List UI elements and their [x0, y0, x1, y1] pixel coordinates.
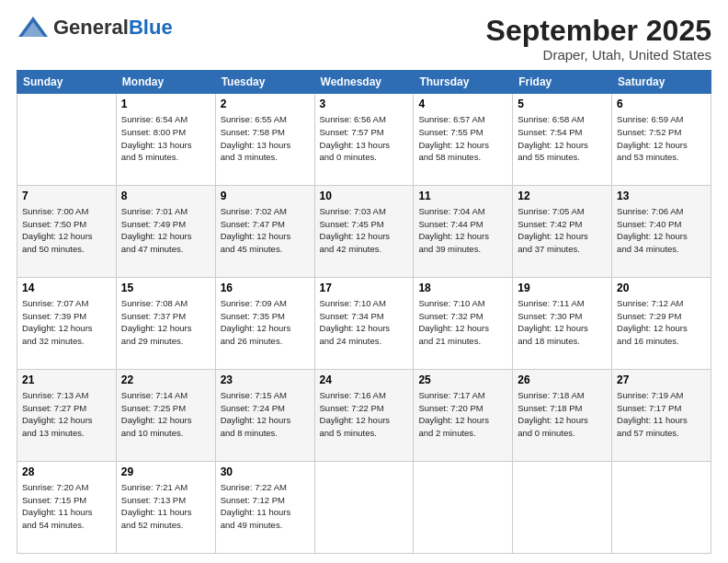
day-info: Sunrise: 7:07 AM Sunset: 7:39 PM Dayligh…: [22, 297, 111, 348]
calendar-cell: 21Sunrise: 7:13 AM Sunset: 7:27 PM Dayli…: [17, 370, 117, 462]
calendar-cell: 1Sunrise: 6:54 AM Sunset: 8:00 PM Daylig…: [116, 94, 215, 186]
calendar-cell: 8Sunrise: 7:01 AM Sunset: 7:49 PM Daylig…: [116, 186, 215, 278]
title-block: September 2025 Draper, Utah, United Stat…: [486, 15, 711, 63]
header-row: Sunday Monday Tuesday Wednesday Thursday…: [17, 71, 711, 94]
calendar-cell: 20Sunrise: 7:12 AM Sunset: 7:29 PM Dayli…: [612, 278, 711, 370]
calendar-cell: 23Sunrise: 7:15 AM Sunset: 7:24 PM Dayli…: [215, 370, 314, 462]
calendar-cell: [513, 462, 612, 554]
day-info: Sunrise: 7:06 AM Sunset: 7:40 PM Dayligh…: [617, 205, 706, 256]
calendar-week-2: 14Sunrise: 7:07 AM Sunset: 7:39 PM Dayli…: [17, 278, 711, 370]
day-number: 13: [617, 189, 706, 204]
day-number: 24: [320, 373, 409, 388]
day-info: Sunrise: 6:55 AM Sunset: 7:58 PM Dayligh…: [221, 113, 310, 164]
calendar-cell: 15Sunrise: 7:08 AM Sunset: 7:37 PM Dayli…: [116, 278, 215, 370]
col-sunday: Sunday: [17, 71, 117, 94]
col-thursday: Thursday: [414, 71, 513, 94]
day-number: 22: [121, 373, 210, 388]
day-info: Sunrise: 7:05 AM Sunset: 7:42 PM Dayligh…: [518, 205, 607, 256]
day-info: Sunrise: 7:14 AM Sunset: 7:25 PM Dayligh…: [121, 389, 210, 440]
col-wednesday: Wednesday: [314, 71, 414, 94]
day-number: 20: [617, 281, 706, 296]
day-info: Sunrise: 6:56 AM Sunset: 7:57 PM Dayligh…: [320, 113, 409, 164]
day-info: Sunrise: 6:59 AM Sunset: 7:52 PM Dayligh…: [617, 113, 706, 164]
calendar-cell: 3Sunrise: 6:56 AM Sunset: 7:57 PM Daylig…: [314, 94, 414, 186]
page: GeneralBlue September 2025 Draper, Utah,…: [0, 0, 728, 563]
calendar-header: Sunday Monday Tuesday Wednesday Thursday…: [17, 71, 711, 94]
calendar-cell: 27Sunrise: 7:19 AM Sunset: 7:17 PM Dayli…: [612, 370, 711, 462]
day-number: 11: [418, 189, 507, 204]
day-number: 3: [320, 97, 409, 112]
calendar-week-0: 1Sunrise: 6:54 AM Sunset: 8:00 PM Daylig…: [17, 94, 711, 186]
day-number: 7: [22, 189, 111, 204]
logo-icon: [17, 15, 50, 40]
calendar-table: Sunday Monday Tuesday Wednesday Thursday…: [17, 70, 711, 554]
calendar-cell: 7Sunrise: 7:00 AM Sunset: 7:50 PM Daylig…: [17, 186, 117, 278]
day-info: Sunrise: 7:11 AM Sunset: 7:30 PM Dayligh…: [518, 297, 607, 348]
calendar-cell: 9Sunrise: 7:02 AM Sunset: 7:47 PM Daylig…: [215, 186, 314, 278]
calendar-cell: 11Sunrise: 7:04 AM Sunset: 7:44 PM Dayli…: [414, 186, 513, 278]
calendar-week-1: 7Sunrise: 7:00 AM Sunset: 7:50 PM Daylig…: [17, 186, 711, 278]
day-number: 15: [121, 281, 210, 296]
title-location: Draper, Utah, United States: [486, 47, 711, 63]
calendar-cell: 18Sunrise: 7:10 AM Sunset: 7:32 PM Dayli…: [414, 278, 513, 370]
calendar-cell: 5Sunrise: 6:58 AM Sunset: 7:54 PM Daylig…: [513, 94, 612, 186]
day-number: 23: [221, 373, 310, 388]
calendar-cell: 30Sunrise: 7:22 AM Sunset: 7:12 PM Dayli…: [215, 462, 314, 554]
logo: GeneralBlue: [17, 15, 173, 40]
logo-blue-text: Blue: [129, 16, 173, 39]
calendar-body: 1Sunrise: 6:54 AM Sunset: 8:00 PM Daylig…: [17, 94, 711, 554]
calendar-cell: 29Sunrise: 7:21 AM Sunset: 7:13 PM Dayli…: [116, 462, 215, 554]
day-info: Sunrise: 7:10 AM Sunset: 7:34 PM Dayligh…: [320, 297, 409, 348]
calendar-cell: 6Sunrise: 6:59 AM Sunset: 7:52 PM Daylig…: [612, 94, 711, 186]
calendar-cell: 10Sunrise: 7:03 AM Sunset: 7:45 PM Dayli…: [314, 186, 414, 278]
calendar-cell: 25Sunrise: 7:17 AM Sunset: 7:20 PM Dayli…: [414, 370, 513, 462]
day-info: Sunrise: 7:17 AM Sunset: 7:20 PM Dayligh…: [418, 389, 507, 440]
calendar-cell: [414, 462, 513, 554]
day-number: 19: [518, 281, 607, 296]
header: GeneralBlue September 2025 Draper, Utah,…: [17, 15, 711, 63]
col-saturday: Saturday: [612, 71, 711, 94]
day-info: Sunrise: 7:22 AM Sunset: 7:12 PM Dayligh…: [221, 481, 310, 532]
calendar-cell: 14Sunrise: 7:07 AM Sunset: 7:39 PM Dayli…: [17, 278, 117, 370]
day-number: 9: [221, 189, 310, 204]
calendar-cell: [17, 94, 117, 186]
day-info: Sunrise: 7:03 AM Sunset: 7:45 PM Dayligh…: [320, 205, 409, 256]
day-number: 8: [121, 189, 210, 204]
day-number: 29: [121, 465, 210, 480]
calendar-cell: 4Sunrise: 6:57 AM Sunset: 7:55 PM Daylig…: [414, 94, 513, 186]
day-number: 17: [320, 281, 409, 296]
day-info: Sunrise: 7:21 AM Sunset: 7:13 PM Dayligh…: [121, 481, 210, 532]
calendar-cell: [314, 462, 414, 554]
calendar-cell: 28Sunrise: 7:20 AM Sunset: 7:15 PM Dayli…: [17, 462, 117, 554]
day-info: Sunrise: 7:10 AM Sunset: 7:32 PM Dayligh…: [418, 297, 507, 348]
day-info: Sunrise: 7:09 AM Sunset: 7:35 PM Dayligh…: [221, 297, 310, 348]
day-number: 25: [418, 373, 507, 388]
day-number: 6: [617, 97, 706, 112]
day-number: 30: [221, 465, 310, 480]
calendar-cell: 2Sunrise: 6:55 AM Sunset: 7:58 PM Daylig…: [215, 94, 314, 186]
day-info: Sunrise: 6:54 AM Sunset: 8:00 PM Dayligh…: [121, 113, 210, 164]
calendar-cell: [612, 462, 711, 554]
day-number: 1: [121, 97, 210, 112]
calendar-cell: 17Sunrise: 7:10 AM Sunset: 7:34 PM Dayli…: [314, 278, 414, 370]
col-monday: Monday: [116, 71, 215, 94]
calendar-cell: 13Sunrise: 7:06 AM Sunset: 7:40 PM Dayli…: [612, 186, 711, 278]
day-number: 27: [617, 373, 706, 388]
day-number: 26: [518, 373, 607, 388]
day-info: Sunrise: 7:13 AM Sunset: 7:27 PM Dayligh…: [22, 389, 111, 440]
day-number: 10: [320, 189, 409, 204]
col-friday: Friday: [513, 71, 612, 94]
logo-general-text: General: [53, 16, 129, 39]
day-number: 28: [22, 465, 111, 480]
day-info: Sunrise: 7:15 AM Sunset: 7:24 PM Dayligh…: [221, 389, 310, 440]
day-info: Sunrise: 7:00 AM Sunset: 7:50 PM Dayligh…: [22, 205, 111, 256]
calendar-week-3: 21Sunrise: 7:13 AM Sunset: 7:27 PM Dayli…: [17, 370, 711, 462]
day-info: Sunrise: 7:02 AM Sunset: 7:47 PM Dayligh…: [221, 205, 310, 256]
day-info: Sunrise: 6:57 AM Sunset: 7:55 PM Dayligh…: [418, 113, 507, 164]
calendar-week-4: 28Sunrise: 7:20 AM Sunset: 7:15 PM Dayli…: [17, 462, 711, 554]
day-info: Sunrise: 6:58 AM Sunset: 7:54 PM Dayligh…: [518, 113, 607, 164]
calendar-cell: 22Sunrise: 7:14 AM Sunset: 7:25 PM Dayli…: [116, 370, 215, 462]
day-number: 16: [221, 281, 310, 296]
day-number: 5: [518, 97, 607, 112]
calendar-cell: 24Sunrise: 7:16 AM Sunset: 7:22 PM Dayli…: [314, 370, 414, 462]
